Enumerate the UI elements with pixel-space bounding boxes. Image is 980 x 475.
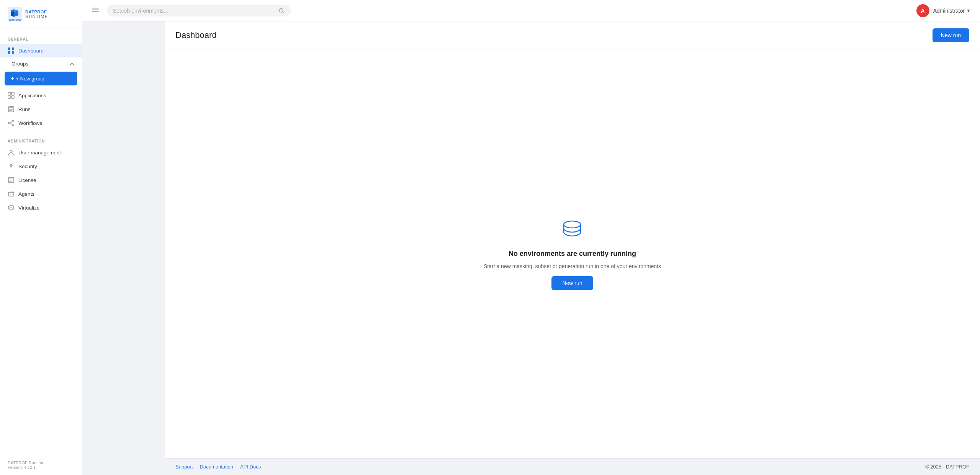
- virtualize-label: Virtualize: [18, 205, 39, 211]
- sidebar-item-applications[interactable]: Applications: [0, 88, 82, 102]
- svg-point-15: [10, 150, 12, 152]
- svg-rect-7: [8, 92, 11, 95]
- copyright-text: © 2025 - DATPROF: [925, 464, 969, 470]
- search-bar: [107, 5, 291, 16]
- applications-icon: [8, 92, 15, 99]
- logo-area: DATPROF DATPROF RUNTIME: [0, 0, 82, 28]
- sidebar-item-user-management[interactable]: User management: [0, 146, 82, 159]
- app-version-name: DATPROF Runtime: [8, 460, 74, 465]
- user-management-label: User management: [18, 150, 61, 156]
- svg-rect-2: [8, 48, 10, 50]
- runs-label: Runs: [18, 106, 31, 112]
- svg-rect-10: [11, 96, 14, 98]
- administration-section-label: ADMINISTRATION: [0, 136, 82, 146]
- footer-links: Support Documentation API Docs: [175, 464, 261, 470]
- content-area: No environments are currently running St…: [165, 49, 980, 475]
- agents-icon: [8, 190, 15, 197]
- svg-rect-3: [12, 48, 14, 50]
- svg-text:DATPROF: DATPROF: [9, 18, 22, 21]
- agents-label: Agents: [18, 191, 34, 197]
- sidebar-navigation: GENERAL Dashboard Groups: [0, 28, 82, 455]
- app-version-number: Version: 4.12.1: [8, 465, 74, 470]
- dashboard-label: Dashboard: [18, 48, 44, 54]
- main-content: Dashboard New run No environments are cu…: [165, 21, 980, 475]
- svg-rect-9: [8, 96, 11, 98]
- new-run-button-header[interactable]: New run: [933, 28, 969, 42]
- svg-point-12: [8, 122, 10, 124]
- applications-label: Applications: [18, 93, 46, 98]
- chevron-up-icon: [70, 62, 74, 66]
- logo-text: DATPROF RUNTIME: [25, 10, 48, 19]
- page-header: Dashboard New run: [165, 21, 980, 49]
- security-label: Security: [18, 164, 37, 169]
- svg-rect-18: [8, 192, 14, 196]
- database-icon: [559, 218, 586, 244]
- sidebar-item-workflows[interactable]: Workflows: [0, 116, 82, 130]
- topbar: A Administrator ▼: [82, 0, 980, 21]
- content-inner: No environments are currently running St…: [165, 49, 980, 458]
- user-management-icon: [8, 149, 15, 156]
- sidebar-item-license[interactable]: License: [0, 173, 82, 187]
- avatar[interactable]: A: [916, 4, 929, 17]
- new-group-label: + New group: [16, 76, 44, 82]
- svg-point-20: [12, 194, 13, 195]
- sidebar: DATPROF DATPROF RUNTIME GENERAL Dashboar…: [0, 0, 82, 475]
- empty-state: No environments are currently running St…: [468, 195, 676, 313]
- sidebar-footer: DATPROF Runtime Version: 4.12.1: [0, 455, 82, 475]
- new-group-plus-icon: +: [11, 75, 14, 82]
- topbar-right: A Administrator ▼: [916, 4, 971, 17]
- sidebar-item-security[interactable]: Security: [0, 159, 82, 173]
- sidebar-item-agents[interactable]: Agents: [0, 187, 82, 201]
- user-name: Administrator: [933, 8, 965, 14]
- user-menu[interactable]: Administrator ▼: [933, 8, 971, 14]
- svg-point-23: [564, 221, 581, 228]
- license-icon: [8, 177, 15, 183]
- sidebar-item-runs[interactable]: Runs: [0, 102, 82, 116]
- workflows-label: Workflows: [18, 120, 42, 126]
- datprof-logo-icon: DATPROF: [8, 7, 22, 21]
- new-run-button-empty[interactable]: New run: [551, 276, 593, 290]
- svg-rect-8: [11, 92, 14, 95]
- license-label: License: [18, 177, 36, 183]
- new-group-button[interactable]: + + New group: [5, 72, 77, 85]
- svg-rect-4: [8, 51, 10, 54]
- user-chevron-icon: ▼: [966, 8, 971, 13]
- empty-state-subtitle: Start a new masking, subset or generatio…: [484, 263, 661, 269]
- documentation-link[interactable]: Documentation: [200, 464, 233, 470]
- svg-point-14: [12, 124, 14, 126]
- sidebar-item-virtualize[interactable]: Virtualize: [0, 201, 82, 215]
- support-link[interactable]: Support: [175, 464, 193, 470]
- svg-point-13: [12, 120, 14, 122]
- security-icon: [8, 163, 15, 170]
- page-title: Dashboard: [175, 30, 217, 40]
- runs-icon: [8, 106, 15, 113]
- groups-label: Groups: [11, 61, 28, 67]
- logo: DATPROF DATPROF RUNTIME: [8, 7, 74, 21]
- api-docs-link[interactable]: API Docs: [240, 464, 261, 470]
- menu-icon[interactable]: [92, 6, 99, 15]
- search-icon: [278, 8, 285, 14]
- sidebar-item-groups[interactable]: Groups: [0, 57, 82, 70]
- svg-rect-5: [12, 51, 14, 54]
- workflows-icon: [8, 120, 15, 126]
- svg-point-19: [10, 194, 11, 195]
- search-input[interactable]: [113, 8, 275, 14]
- sidebar-item-dashboard[interactable]: Dashboard: [0, 44, 82, 57]
- virtualize-icon: [8, 204, 15, 211]
- empty-state-title: No environments are currently running: [509, 250, 636, 258]
- general-section-label: GENERAL: [0, 34, 82, 44]
- page-footer: Support Documentation API Docs © 2025 - …: [165, 458, 980, 475]
- dashboard-icon: [8, 47, 15, 54]
